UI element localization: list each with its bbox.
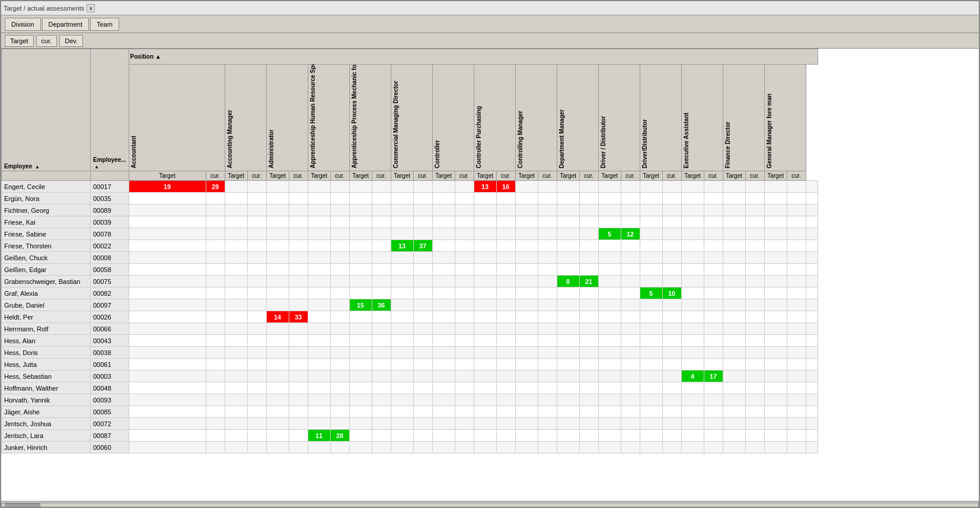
department-button[interactable]: Department [42, 18, 89, 31]
target-cell [225, 311, 247, 323]
employee-name-cell: Friese, Thorsten [2, 240, 91, 252]
target-cell [515, 382, 538, 394]
employee-name-cell: Jäger, Aishe [2, 406, 91, 418]
cur-cell [289, 430, 308, 442]
employee-col-header[interactable]: Employee ▲ [4, 163, 88, 170]
cur-cell [662, 359, 681, 370]
target-cell [391, 252, 413, 264]
cur-cell [247, 406, 266, 418]
cur-cell [787, 240, 806, 252]
target-cell [640, 264, 662, 276]
employee-name-cell: Hess, Sebastian [2, 370, 91, 382]
employee-no-cell: 00038 [91, 347, 129, 359]
cur-cell [206, 430, 225, 442]
division-button[interactable]: Division [5, 18, 41, 31]
cur-cell [289, 394, 308, 406]
target-cell [225, 430, 247, 442]
title-bar: Target / actual assessments x [1, 1, 979, 15]
position-header-controlling_manager: Controlling Manager [515, 65, 557, 171]
cur-cell [745, 335, 764, 347]
target-cell [515, 216, 538, 228]
target-cell [640, 205, 662, 216]
position-header-finance_director: Finance Director [723, 65, 764, 171]
employee-name-cell: Hess, Jutta [2, 359, 91, 370]
target-cell [764, 264, 787, 276]
cur-cell [745, 382, 764, 394]
target-cell [681, 323, 704, 335]
target-cell [681, 240, 704, 252]
cur-cell [289, 442, 308, 453]
target-cell [640, 193, 662, 205]
target-cell [225, 252, 247, 264]
empno-col-header[interactable]: Employee... [93, 156, 126, 163]
cur-filter-button[interactable]: cur. [36, 35, 58, 47]
dev-filter-button[interactable]: Dev. [59, 35, 83, 47]
cur-cell [496, 252, 515, 264]
target-cell [308, 181, 330, 193]
more-cell [806, 430, 818, 442]
target-cell [129, 442, 206, 453]
sub-header-accounting_manager-cur: cur. [247, 171, 266, 181]
cur-cell [745, 406, 764, 418]
close-button[interactable]: x [87, 4, 95, 12]
cur-cell [538, 287, 557, 299]
target-cell [557, 323, 579, 335]
target-cell [723, 311, 745, 323]
cur-cell [206, 418, 225, 430]
target-cell [349, 442, 372, 453]
cur-cell [247, 264, 266, 276]
more-cell [806, 264, 818, 276]
sub-header-general_manager_fore_man-Target: Target [764, 171, 787, 181]
target-cell [723, 228, 745, 240]
target-cell: 5 [640, 287, 662, 299]
cur-cell [372, 442, 391, 453]
sub-header-commercial_managing_director-Target: Target [391, 171, 413, 181]
cur-cell [745, 311, 764, 323]
target-cell [681, 299, 704, 311]
cur-cell [289, 181, 308, 193]
target-cell [557, 181, 579, 193]
cur-cell [455, 430, 474, 442]
target-cell [266, 193, 289, 205]
cur-cell [247, 252, 266, 264]
position-col-header[interactable]: Position ▲ [129, 49, 818, 65]
cur-cell [206, 347, 225, 359]
cur-cell [621, 240, 640, 252]
cur-cell [289, 252, 308, 264]
cur-cell [496, 287, 515, 299]
target-cell [557, 418, 579, 430]
table-container[interactable]: Employee ▲ Employee... ▲ Position ▲ [1, 49, 979, 501]
target-cell [598, 347, 621, 359]
cur-cell [455, 370, 474, 382]
cur-cell [455, 252, 474, 264]
target-cell [391, 406, 413, 418]
target-cell [474, 193, 496, 205]
cur-cell [330, 311, 349, 323]
horizontal-scrollbar[interactable] [1, 501, 979, 508]
target-cell [266, 216, 289, 228]
target-cell: 5 [598, 228, 621, 240]
cur-cell [621, 205, 640, 216]
main-content: Employee ▲ Employee... ▲ Position ▲ [1, 49, 979, 508]
cur-cell [247, 335, 266, 347]
target-cell [681, 335, 704, 347]
employee-no-cell: 00075 [91, 276, 129, 287]
table-row: Fichtner, Georg00089 [2, 205, 818, 216]
more-cell [806, 205, 818, 216]
cur-cell [413, 323, 432, 335]
position-header-commercial_managing_director: Commercial Managing Director [391, 65, 432, 171]
more-cell [806, 359, 818, 370]
sub-header-controller_purchasing-Target: Target [474, 171, 496, 181]
cur-cell [247, 181, 266, 193]
team-button[interactable]: Team [90, 18, 119, 31]
cur-cell [662, 299, 681, 311]
target-cell [349, 418, 372, 430]
target-cell [640, 311, 662, 323]
target-cell [225, 205, 247, 216]
cur-cell [330, 228, 349, 240]
cur-cell [372, 430, 391, 442]
target-cell [557, 228, 579, 240]
cur-cell [247, 442, 266, 453]
target-cell [681, 442, 704, 453]
target-filter-button[interactable]: Target [5, 35, 34, 47]
